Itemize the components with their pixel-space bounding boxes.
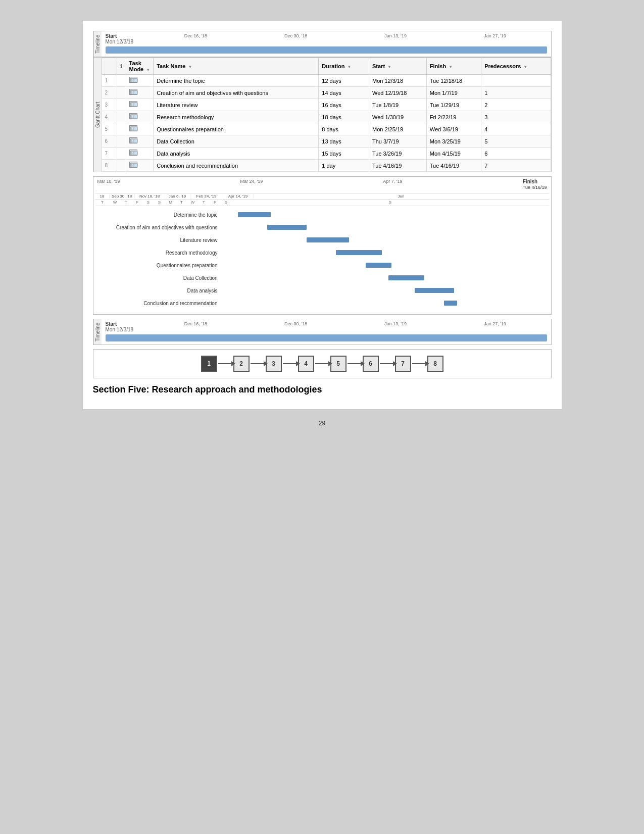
task-info: [117, 99, 126, 111]
chart-task-label: Determine the topic: [95, 212, 222, 218]
task-finish-cell: Mon 3/25/19: [426, 135, 481, 148]
gantt-side-label: Gantt Chart: [93, 58, 102, 172]
chart-task-label: Data Collection: [95, 275, 222, 281]
task-mode-cell: [126, 160, 154, 172]
task-finish-cell: Wed 3/6/19: [426, 123, 481, 135]
task-duration-cell: 14 days: [319, 87, 369, 99]
top-timeline: Timeline Start Mon 12/3/18 Dec 16, '18 D…: [93, 31, 552, 57]
task-finish-cell: Tue 12/18/18: [426, 75, 481, 87]
task-name-cell: Research methodology: [154, 111, 319, 123]
chart-bar-area: [222, 211, 549, 219]
chart-bar: [444, 301, 457, 306]
task-pred-cell: 2: [481, 99, 551, 111]
task-mode-cell: [126, 87, 154, 99]
task-mode-icon: [129, 162, 137, 168]
tl-bot-date-2: Dec 30, '18: [284, 321, 307, 326]
col-info: ℹ: [117, 58, 126, 75]
col-duration[interactable]: Duration ▼: [319, 58, 369, 75]
task-start-cell: Tue 3/26/19: [369, 148, 426, 160]
chart-bar: [415, 288, 454, 293]
task-num: 2: [102, 87, 117, 99]
chart-bar: [388, 275, 424, 280]
table-row: 7 Data analysis 15 days Tue 3/26/19 Mon …: [102, 148, 551, 160]
col-start[interactable]: Start ▼: [369, 58, 426, 75]
table-row: 3 Literature review 16 days Tue 1/8/19 T…: [102, 99, 551, 111]
chart-date-2: Mar 24, '19: [240, 179, 263, 190]
network-arrow: [379, 363, 395, 364]
task-duration-cell: 12 days: [319, 75, 369, 87]
section-title: Section Five: Research approach and meth…: [93, 384, 552, 395]
task-pred-cell: 6: [481, 148, 551, 160]
col-finish[interactable]: Finish ▼: [426, 58, 481, 75]
task-mode-cell: [126, 99, 154, 111]
task-mode-icon: [129, 89, 137, 95]
gantt-table-wrap: ℹ TaskMode ▼ Task Name ▼ Duration ▼ Star: [102, 58, 551, 172]
task-num: 4: [102, 111, 117, 123]
network-arrow: [346, 363, 363, 364]
task-mode-cell: [126, 75, 154, 87]
col-task-name[interactable]: Task Name ▼: [154, 58, 319, 75]
task-num: 3: [102, 99, 117, 111]
task-pred-cell: 5: [481, 135, 551, 148]
task-finish-cell: Mon 1/7/19: [426, 87, 481, 99]
task-mode-cell: [126, 135, 154, 148]
task-start-cell: Tue 1/8/19: [369, 99, 426, 111]
network-node: 1: [201, 356, 217, 372]
network-node: 4: [298, 356, 314, 372]
task-name-cell: Determine the topic: [154, 75, 319, 87]
chart-task-label: Data analysis: [95, 288, 222, 293]
table-row: 5 Questionnaires preparation 8 days Mon …: [102, 123, 551, 135]
task-num: 6: [102, 135, 117, 148]
table-row: 8 Conclusion and recommendation 1 day Tu…: [102, 160, 551, 172]
chart-task-row: Questionnaires preparation: [95, 260, 549, 271]
chart-task-label: Conclusion and recommendation: [95, 301, 222, 306]
task-mode-icon: [129, 101, 137, 107]
table-row: 6 Data Collection 13 days Thu 3/7/19 Mon…: [102, 135, 551, 148]
task-name-cell: Conclusion and recommendation: [154, 160, 319, 172]
task-duration-cell: 15 days: [319, 148, 369, 160]
chart-bar-area: [222, 286, 549, 295]
main-page: Timeline Start Mon 12/3/18 Dec 16, '18 D…: [82, 20, 562, 410]
task-name-cell: Data Collection: [154, 135, 319, 148]
task-num: 1: [102, 75, 117, 87]
task-mode-icon: [129, 137, 137, 143]
page-number: 29: [319, 420, 325, 427]
task-num: 7: [102, 148, 117, 160]
task-start-cell: Mon 2/25/19: [369, 123, 426, 135]
task-finish-cell: Tue 1/29/19: [426, 99, 481, 111]
timeline-bar-bottom: [106, 334, 547, 341]
col-predecessors[interactable]: Predecessors ▼: [481, 58, 551, 75]
chart-task-row: Creation of aim and objectives with ques…: [95, 222, 549, 233]
chart-bar: [267, 225, 307, 230]
chart-task-row: Determine the topic: [95, 209, 549, 220]
task-name-cell: Questionnaires preparation: [154, 123, 319, 135]
start-label-bottom: Start: [106, 321, 134, 327]
task-mode-cell: [126, 123, 154, 135]
task-mode-cell: [126, 111, 154, 123]
timeline-bar-top: [106, 46, 547, 54]
network-arrow: [314, 363, 330, 364]
task-duration-cell: 13 days: [319, 135, 369, 148]
tl-bot-date-4: Jan 27, '19: [484, 321, 506, 326]
network-node: 3: [266, 356, 282, 372]
day-letters-row: T W T F S S M T W T F S S: [95, 200, 549, 206]
task-start-cell: Mon 12/3/18: [369, 75, 426, 87]
chart-task-row: Data analysis: [95, 285, 549, 296]
start-label-top: Start: [106, 33, 134, 39]
chart-bar-area: [222, 274, 549, 282]
network-node: 7: [395, 356, 411, 372]
chart-bar-area: [222, 236, 549, 244]
tl-date-1: Dec 16, '18: [184, 33, 207, 38]
chart-task-row: Literature review: [95, 234, 549, 246]
day-headers-row: 18 Sep 30, '18 Nov 18, '18 Jan 6, '19 Fe…: [95, 193, 549, 200]
task-name-cell: Literature review: [154, 99, 319, 111]
chart-bar-area: [222, 249, 549, 257]
col-task-mode[interactable]: TaskMode ▼: [126, 58, 154, 75]
task-duration-cell: 16 days: [319, 99, 369, 111]
tl-date-4: Jan 27, '19: [484, 33, 506, 38]
chart-date-1: Mar 10, '19: [97, 179, 120, 190]
task-info: [117, 135, 126, 148]
tl-bot-date-3: Jan 13, '19: [384, 321, 407, 326]
network-node: 8: [427, 356, 443, 372]
network-diagram: 1 2 3 4 5 6 7: [93, 349, 552, 378]
